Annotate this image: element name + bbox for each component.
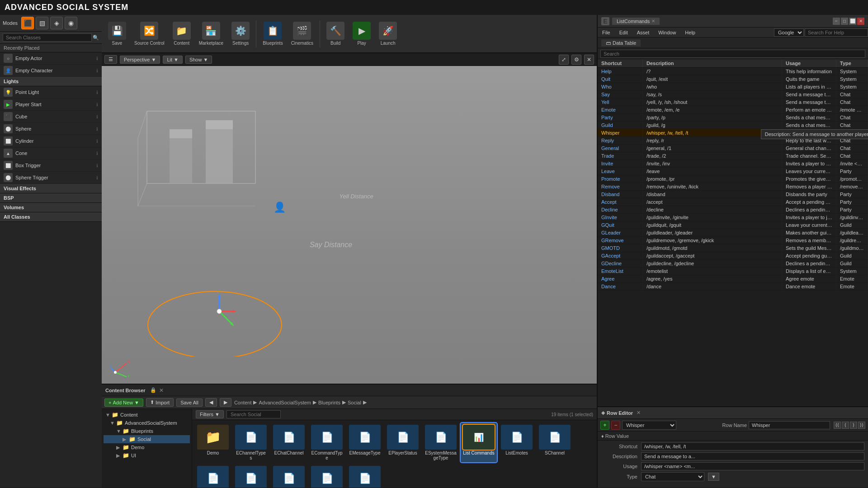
tree-item-demo[interactable]: ▶ 📁 Demo: [104, 443, 190, 451]
table-row[interactable]: GDecline /guildecline, /gdecline Decline…: [598, 260, 868, 267]
content-browser-close-btn[interactable]: ✕: [159, 387, 164, 394]
search-engine-select[interactable]: Google Bing: [774, 28, 804, 37]
tree-item-content[interactable]: ▼ 📁 Content: [104, 411, 190, 419]
description-field-input[interactable]: [641, 452, 864, 460]
table-row[interactable]: Yell /yell, /y, /sh, /shout Send a messa…: [598, 99, 868, 106]
col-shortcut[interactable]: Shortcut: [598, 59, 643, 67]
table-row[interactable]: Trade /trade, /2 Trade channel. Seen by …: [598, 152, 868, 160]
shortcut-field-input[interactable]: [641, 442, 864, 450]
viewport-close-btn[interactable]: ✕: [584, 55, 594, 65]
launch-btn[interactable]: 🚀 Launch: [375, 20, 401, 47]
tree-item-advsocial[interactable]: ▼ 📁 AdvancedSocialSystem: [104, 419, 190, 427]
tree-item-blueprints[interactable]: ▼ 📁 Blueprints: [104, 427, 190, 435]
menu-file[interactable]: File: [598, 29, 615, 36]
breadcrumb-adv-social[interactable]: AdvancedSocialSystem: [259, 400, 311, 405]
col-usage[interactable]: Usage: [782, 59, 836, 67]
settings-btn[interactable]: ⚙️ Settings: [228, 20, 253, 47]
viewport-settings-btn[interactable]: ⚙: [571, 55, 581, 65]
list-item[interactable]: 💡 Point Light ℹ: [0, 86, 102, 99]
asset-item-scommand[interactable]: 📄 SCommand: [195, 464, 231, 488]
type-dropdown-btn[interactable]: ▼: [708, 473, 719, 481]
lit-btn[interactable]: Lit ▼: [163, 56, 183, 64]
list-item[interactable]: ⬛ Cube ℹ: [0, 111, 102, 123]
list-item[interactable]: ⚪ Sphere Trigger ℹ: [0, 172, 102, 184]
asset-item-eplayerstatus[interactable]: 📄 EPlayerStatus: [385, 423, 421, 462]
all-classes-category[interactable]: All Classes: [0, 212, 102, 222]
maximize-viewport-btn[interactable]: ⤢: [559, 55, 569, 65]
restore-btn[interactable]: □: [841, 18, 848, 25]
asset-item-listcommands[interactable]: 📊 List Commands: [461, 423, 497, 462]
list-item[interactable]: ⬜ Cylinder ℹ: [0, 135, 102, 147]
table-row[interactable]: Accept /accept Accept a pending party in…: [598, 198, 868, 206]
lights-category[interactable]: Lights: [0, 77, 102, 86]
visual-effects-category[interactable]: Visual Effects: [0, 184, 102, 193]
asset-item-listemotes[interactable]: 📄 ListEmotes: [499, 423, 535, 462]
mode-geometry-btn[interactable]: ◉: [65, 17, 77, 29]
asset-item-ecommandtype[interactable]: 📄 ECommandType: [309, 423, 345, 462]
list-item[interactable]: ⚪ Sphere ℹ: [0, 123, 102, 135]
build-btn[interactable]: 🔨 Build: [323, 20, 348, 47]
info-icon[interactable]: ℹ: [96, 163, 98, 168]
row-nav-prev-btn[interactable]: ⟨: [842, 422, 849, 429]
info-icon[interactable]: ℹ: [96, 151, 98, 156]
table-row[interactable]: GRemove /guildremove, /gremove, /gkick R…: [598, 237, 868, 244]
show-btn[interactable]: Show ▼: [185, 56, 212, 64]
table-row[interactable]: Help /? This help information System: [598, 68, 868, 75]
row-select[interactable]: Whisper: [622, 421, 676, 430]
play-btn[interactable]: ▶ Play: [349, 20, 374, 47]
table-row[interactable]: Agree /agree, /yes Agree emote Emote: [598, 275, 868, 283]
table-row[interactable]: General /general, /1 General chat channe…: [598, 145, 868, 152]
nav-forward-btn[interactable]: ▶: [220, 398, 231, 407]
import-btn[interactable]: ⬆ Import: [146, 398, 174, 407]
table-row[interactable]: GMOTD /guildmotd, /gmotd Sets the guild …: [598, 244, 868, 252]
data-table-tab[interactable]: 🗃 Data Table: [601, 39, 641, 47]
menu-edit[interactable]: Edit: [615, 29, 632, 36]
info-icon[interactable]: ℹ: [96, 175, 98, 180]
add-new-btn[interactable]: + Add New ▼: [104, 399, 143, 407]
tree-item-social[interactable]: ▶ 📁 Social: [104, 435, 190, 443]
info-icon[interactable]: ℹ: [96, 90, 98, 95]
table-row[interactable]: Who /who Lists all players in area Syste…: [598, 83, 868, 91]
search-classes-input[interactable]: [3, 33, 92, 42]
table-row[interactable]: GLeader /guildleader, /gleader Makes ano…: [598, 229, 868, 237]
breadcrumb-content[interactable]: Content: [234, 400, 252, 405]
info-icon[interactable]: ℹ: [96, 127, 98, 131]
nav-back-btn[interactable]: ◀: [205, 398, 217, 407]
recently-placed-header[interactable]: Recently Placed: [0, 44, 102, 52]
table-row[interactable]: Say /say, /s Send a message to players i…: [598, 91, 868, 99]
table-row[interactable]: GAccept /guildaccept, /gaccept Accept pe…: [598, 252, 868, 260]
asset-item-splayer[interactable]: 📄 SPlayer: [309, 464, 345, 488]
cinematics-btn[interactable]: 🎬 Cinematics: [288, 20, 317, 47]
usage-field-input[interactable]: [641, 462, 864, 470]
list-item[interactable]: ⬜ Box Trigger ℹ: [0, 160, 102, 172]
row-nav-next-btn[interactable]: ⟩: [850, 422, 857, 429]
minimize-btn[interactable]: −: [833, 18, 840, 25]
list-item[interactable]: ▶ Player Start ℹ: [0, 99, 102, 111]
source-control-btn[interactable]: 🔀 Source Control: [131, 20, 168, 47]
list-item[interactable]: 👤 Empty Character ℹ: [0, 65, 102, 77]
transform-gizmo[interactable]: [201, 293, 237, 329]
table-row-whisper[interactable]: Whisper /whisper, /w, /tell, /t Send a m…: [598, 129, 868, 137]
table-search-input[interactable]: [600, 50, 865, 58]
breadcrumb-social[interactable]: Social: [348, 400, 361, 405]
mode-foliage-btn[interactable]: ◈: [50, 17, 63, 29]
perspective-btn[interactable]: Perspective ▼: [120, 56, 160, 64]
table-row[interactable]: Promote /promote, /pr Promotes the given…: [598, 175, 868, 183]
asset-item-snamecolor[interactable]: 📄 SNameColor: [233, 464, 269, 488]
list-item[interactable]: ▲ Cone ℹ: [0, 147, 102, 160]
row-nav-first-btn[interactable]: ⟨⟨: [834, 422, 841, 429]
bsp-category[interactable]: BSP: [0, 193, 102, 203]
asset-item-schannel[interactable]: 📄 SChannel: [537, 423, 573, 462]
volumes-category[interactable]: Volumes: [0, 203, 102, 212]
remove-row-btn[interactable]: −: [611, 421, 620, 430]
info-icon[interactable]: ℹ: [96, 68, 98, 73]
info-icon[interactable]: ℹ: [96, 102, 98, 107]
asset-item-echatchannel[interactable]: 📄 EChatChannel: [271, 423, 307, 462]
menu-asset[interactable]: Asset: [632, 29, 654, 36]
table-row[interactable]: Decline /decline Declines a pending part…: [598, 206, 868, 214]
col-type[interactable]: Type: [836, 59, 868, 67]
asset-item-emessagetype[interactable]: 📄 EMessageType: [347, 423, 383, 462]
list-item[interactable]: ○ Empty Actor ℹ: [0, 52, 102, 65]
tree-item-ui[interactable]: ▶ 📁 UI: [104, 451, 190, 460]
table-row[interactable]: Remove /remove, /uninvite, /kick Removes…: [598, 183, 868, 191]
